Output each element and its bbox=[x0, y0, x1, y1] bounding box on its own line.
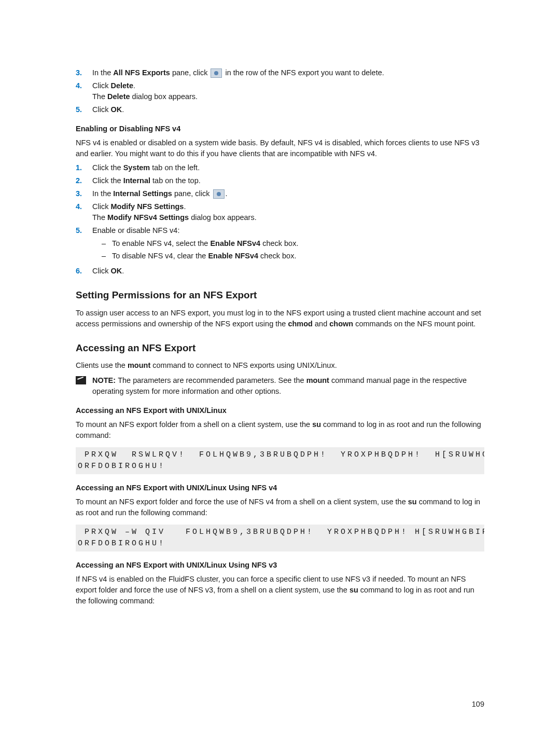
step-text: Click Delete. The Delete dialog box appe… bbox=[92, 80, 484, 102]
text: dialog box appears. bbox=[130, 92, 198, 101]
text-bold: su bbox=[408, 498, 417, 506]
list-item: 6. Click OK. bbox=[76, 266, 484, 277]
heading-access-nfsv3: Accessing an NFS Export with UNIX/Linux … bbox=[76, 560, 484, 571]
paragraph: If NFS v4 is enabled on the FluidFS clus… bbox=[76, 574, 484, 607]
text-bold: Modify NFSv4 Settings bbox=[107, 213, 189, 222]
list-item: 3. In the All NFS Exports pane, click in… bbox=[76, 67, 484, 78]
step-text: In the Internal Settings pane, click . bbox=[92, 188, 484, 199]
text-bold: su bbox=[312, 420, 321, 429]
document-page: 3. In the All NFS Exports pane, click in… bbox=[0, 0, 560, 728]
step-number: 4. bbox=[76, 201, 86, 223]
text: Click bbox=[92, 202, 110, 211]
step-text: Click the System tab on the left. bbox=[92, 162, 484, 173]
heading-access-unix: Accessing an NFS Export with UNIX/Linux bbox=[76, 405, 484, 416]
list-item: 1. Click the System tab on the left. bbox=[76, 162, 484, 173]
step-text: In the All NFS Exports pane, click in th… bbox=[92, 67, 484, 78]
text: pane, click bbox=[172, 189, 212, 198]
text: Click bbox=[92, 81, 110, 90]
text-bold: Modify NFS Settings bbox=[110, 202, 184, 211]
paragraph: Clients use the mount command to connect… bbox=[76, 360, 484, 371]
text: check box. bbox=[260, 239, 298, 247]
heading-setting-permissions: Setting Permissions for an NFS Export bbox=[76, 288, 484, 302]
text: To enable NFS v4, select the bbox=[112, 239, 210, 247]
step-number: 6. bbox=[76, 266, 86, 277]
step-sub: The Delete dialog box appears. bbox=[92, 91, 484, 102]
text: commands on the NFS mount point. bbox=[353, 320, 475, 328]
text: To disable NFS v4, clear the Enable NFSv… bbox=[112, 251, 296, 261]
text-bold: chmod bbox=[288, 320, 313, 328]
step-text: Click Modify NFS Settings. The Modify NF… bbox=[92, 201, 484, 223]
step-sub: The Modify NFSv4 Settings dialog box app… bbox=[92, 212, 484, 223]
text: in the row of the NFS export you want to… bbox=[223, 68, 384, 77]
text-bold: Enable NFSv4 bbox=[208, 252, 258, 260]
text-bold: mount bbox=[128, 361, 150, 369]
heading-enable-nfsv4: Enabling or Disabling NFS v4 bbox=[76, 123, 484, 134]
text: . bbox=[122, 267, 124, 275]
list-item: 4. Click Delete. The Delete dialog box a… bbox=[76, 80, 484, 102]
text: In the bbox=[92, 68, 113, 77]
text-bold: mount bbox=[306, 376, 329, 384]
list-item: 2. Click the Internal tab on the top. bbox=[76, 175, 484, 186]
heading-access-nfsv4: Accessing an NFS Export with UNIX/Linux … bbox=[76, 483, 484, 493]
step-number: 5. bbox=[76, 104, 86, 115]
text: Clients use the bbox=[76, 361, 128, 369]
dash: – bbox=[102, 251, 107, 261]
code-block: PRXQW –W QIV FOLHQWB9,3BRUBQDPH! YROXPHB… bbox=[76, 525, 484, 552]
text-bold: All NFS Exports bbox=[113, 68, 170, 77]
list-item: 4. Click Modify NFS Settings. The Modify… bbox=[76, 201, 484, 223]
text: The bbox=[92, 213, 107, 222]
step-number: 2. bbox=[76, 175, 86, 186]
steps-delete: 3. In the All NFS Exports pane, click in… bbox=[76, 67, 484, 115]
sub-list: –To enable NFS v4, select the Enable NFS… bbox=[92, 238, 484, 261]
text-bold: Internal bbox=[123, 176, 150, 185]
text-bold: OK bbox=[110, 105, 122, 114]
page-number: 109 bbox=[472, 699, 484, 710]
text-bold: System bbox=[123, 163, 150, 172]
step-number: 3. bbox=[76, 67, 86, 78]
step-text: Enable or disable NFS v4: –To enable NFS… bbox=[92, 225, 484, 264]
step-number: 4. bbox=[76, 80, 86, 102]
text: command to connect to NFS exports using … bbox=[150, 361, 337, 369]
text: The bbox=[92, 92, 107, 101]
paragraph: To mount an NFS export folder and force … bbox=[76, 497, 484, 518]
text-bold: chown bbox=[329, 320, 353, 328]
text: . bbox=[122, 105, 124, 114]
list-item: –To enable NFS v4, select the Enable NFS… bbox=[102, 238, 484, 249]
steps-enable: 1. Click the System tab on the left. 2. … bbox=[76, 162, 484, 277]
list-item: 5. Click OK. bbox=[76, 104, 484, 115]
paragraph: To mount an NFS export folder from a she… bbox=[76, 419, 484, 441]
text: To mount an NFS export folder and force … bbox=[76, 498, 408, 506]
step-number: 3. bbox=[76, 188, 86, 199]
text: check box. bbox=[258, 252, 296, 260]
text: . bbox=[184, 202, 186, 211]
text: . bbox=[133, 81, 135, 90]
text: Click the bbox=[92, 176, 123, 185]
step-text: Click OK. bbox=[92, 104, 484, 115]
text: To enable NFS v4, select the Enable NFSv… bbox=[112, 238, 298, 249]
text: To mount an NFS export folder from a she… bbox=[76, 420, 312, 429]
step-number: 5. bbox=[76, 225, 86, 264]
text-bold: NOTE: bbox=[92, 376, 118, 384]
text: The parameters are recommended parameter… bbox=[118, 376, 306, 384]
step-text: Click OK. bbox=[92, 266, 484, 277]
text-bold: su bbox=[349, 586, 358, 594]
list-item: –To disable NFS v4, clear the Enable NFS… bbox=[102, 251, 484, 261]
note: NOTE: The parameters are recommended par… bbox=[76, 375, 484, 397]
list-item: 5. Enable or disable NFS v4: –To enable … bbox=[76, 225, 484, 264]
text: dialog box appears. bbox=[189, 213, 257, 222]
text: Click bbox=[92, 105, 110, 114]
text-bold: OK bbox=[110, 267, 122, 275]
text: Click bbox=[92, 267, 110, 275]
text: pane, click bbox=[170, 68, 210, 77]
text: . bbox=[226, 189, 228, 198]
settings-icon bbox=[211, 68, 222, 78]
text-bold: Delete bbox=[107, 92, 130, 101]
text: In the bbox=[92, 189, 113, 198]
code-block: PRXQW RSWLRQV! FOLHQWB9,3BRUBQDPH! YROXP… bbox=[76, 447, 484, 474]
text: To disable NFS v4, clear the bbox=[112, 252, 208, 260]
heading-accessing-export: Accessing an NFS Export bbox=[76, 341, 484, 355]
text: Click the bbox=[92, 163, 123, 172]
text: Enable or disable NFS v4: bbox=[92, 226, 179, 235]
text-bold: Internal Settings bbox=[113, 189, 172, 198]
note-icon bbox=[76, 376, 86, 384]
